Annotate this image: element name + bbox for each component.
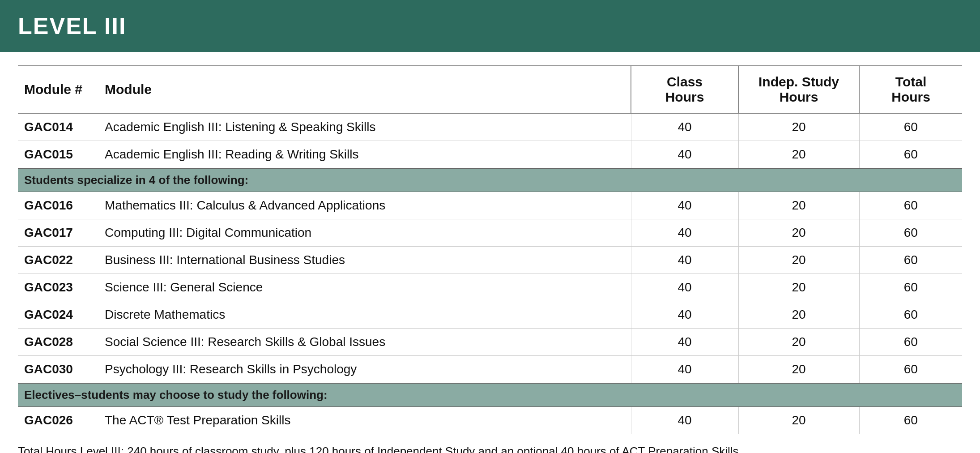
cell-class-hours: 40 (631, 219, 738, 247)
cell-class-hours: 40 (631, 356, 738, 384)
table-row: GAC015Academic English III: Reading & Wr… (18, 141, 962, 169)
cell-module-num: GAC014 (18, 113, 98, 141)
section-header-row: Students specialize in 4 of the followin… (18, 168, 962, 192)
cell-indep-hours: 20 (738, 247, 859, 274)
cell-indep-hours: 20 (738, 329, 859, 356)
cell-indep-hours: 20 (738, 407, 859, 434)
header: LEVEL III (0, 0, 980, 52)
cell-class-hours: 40 (631, 113, 738, 141)
cell-total-hours: 60 (859, 301, 962, 329)
cell-module-num: GAC030 (18, 356, 98, 384)
cell-module-num: GAC017 (18, 219, 98, 247)
table-body: GAC014Academic English III: Listening & … (18, 113, 962, 434)
cell-total-hours: 60 (859, 407, 962, 434)
cell-module: Academic English III: Listening & Speaki… (98, 113, 631, 141)
cell-module-num: GAC028 (18, 329, 98, 356)
table-row: GAC023Science III: General Science402060 (18, 274, 962, 301)
table-row: GAC030Psychology III: Research Skills in… (18, 356, 962, 384)
cell-module-num: GAC022 (18, 247, 98, 274)
footer-note: Total Hours Level III: 240 hours of clas… (18, 443, 962, 453)
col-header-module-num: Module # (18, 66, 98, 113)
cell-indep-hours: 20 (738, 192, 859, 219)
cell-module-num: GAC023 (18, 274, 98, 301)
cell-total-hours: 60 (859, 329, 962, 356)
cell-class-hours: 40 (631, 329, 738, 356)
cell-indep-hours: 20 (738, 113, 859, 141)
cell-module: Science III: General Science (98, 274, 631, 301)
cell-class-hours: 40 (631, 141, 738, 169)
table-row: GAC017Computing III: Digital Communicati… (18, 219, 962, 247)
cell-module: Discrete Mathematics (98, 301, 631, 329)
cell-module: Psychology III: Research Skills in Psych… (98, 356, 631, 384)
cell-module-num: GAC024 (18, 301, 98, 329)
cell-class-hours: 40 (631, 274, 738, 301)
cell-module: Business III: International Business Stu… (98, 247, 631, 274)
cell-total-hours: 60 (859, 113, 962, 141)
cell-class-hours: 40 (631, 301, 738, 329)
cell-class-hours: 40 (631, 247, 738, 274)
cell-indep-hours: 20 (738, 141, 859, 169)
cell-total-hours: 60 (859, 192, 962, 219)
cell-module: Mathematics III: Calculus & Advanced App… (98, 192, 631, 219)
cell-total-hours: 60 (859, 219, 962, 247)
cell-total-hours: 60 (859, 247, 962, 274)
cell-class-hours: 40 (631, 407, 738, 434)
cell-indep-hours: 20 (738, 219, 859, 247)
table-row: GAC022Business III: International Busine… (18, 247, 962, 274)
col-header-indep-hours: Indep. StudyHours (738, 66, 859, 113)
cell-total-hours: 60 (859, 274, 962, 301)
cell-module: The ACT® Test Preparation Skills (98, 407, 631, 434)
table-row: GAC028Social Science III: Research Skill… (18, 329, 962, 356)
cell-module-num: GAC015 (18, 141, 98, 169)
cell-module-num: GAC016 (18, 192, 98, 219)
col-header-class-hours: ClassHours (631, 66, 738, 113)
table-row: GAC014Academic English III: Listening & … (18, 113, 962, 141)
table-row: GAC016Mathematics III: Calculus & Advanc… (18, 192, 962, 219)
table-header-row: Module # Module ClassHours Indep. StudyH… (18, 66, 962, 113)
col-header-total-hours: TotalHours (859, 66, 962, 113)
cell-module: Computing III: Digital Communication (98, 219, 631, 247)
course-table: Module # Module ClassHours Indep. StudyH… (18, 65, 962, 434)
cell-indep-hours: 20 (738, 356, 859, 384)
col-header-module: Module (98, 66, 631, 113)
cell-module: Academic English III: Reading & Writing … (98, 141, 631, 169)
cell-total-hours: 60 (859, 356, 962, 384)
cell-class-hours: 40 (631, 192, 738, 219)
table-row: GAC024Discrete Mathematics402060 (18, 301, 962, 329)
cell-module: Social Science III: Research Skills & Gl… (98, 329, 631, 356)
table-row: GAC026The ACT® Test Preparation Skills40… (18, 407, 962, 434)
cell-indep-hours: 20 (738, 274, 859, 301)
cell-module-num: GAC026 (18, 407, 98, 434)
cell-total-hours: 60 (859, 141, 962, 169)
section-header-row: Electives–students may choose to study t… (18, 383, 962, 407)
cell-indep-hours: 20 (738, 301, 859, 329)
page-title: LEVEL III (18, 13, 962, 39)
